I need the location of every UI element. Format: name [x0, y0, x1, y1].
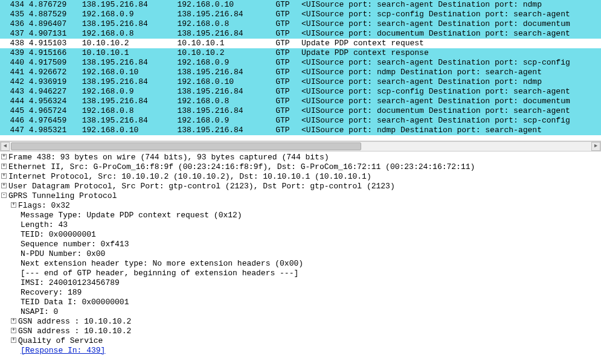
- packet-destination: 192.168.0.8: [177, 19, 271, 29]
- scroll-left-arrow[interactable]: ◄: [1, 142, 10, 151]
- packet-row[interactable]: 434 4.876729 138.195.216.84 192.168.0.10…: [0, 0, 601, 10]
- packet-no: 435: [3, 10, 24, 19]
- packet-destination: 192.168.0.10: [177, 77, 271, 87]
- packet-info: <UISource port: search-agent Destination…: [301, 58, 570, 68]
- packet-protocol: GTP: [275, 58, 297, 68]
- packet-row[interactable]: 443 4.946227 192.168.0.9 138.195.216.84 …: [0, 87, 601, 97]
- detail-seq[interactable]: Sequence number: 0xf413: [21, 240, 129, 249]
- collapse-icon[interactable]: -: [1, 193, 7, 198]
- detail-recovery[interactable]: Recovery: 189: [21, 288, 82, 297]
- packet-destination: 192.168.0.8: [177, 97, 271, 106]
- packet-row[interactable]: 440 4.917509 138.195.216.84 192.168.0.9 …: [0, 58, 601, 68]
- packet-info: <UISource port: search-agent Destination…: [301, 116, 570, 126]
- packet-destination: 10.10.10.2: [177, 48, 271, 58]
- packet-source: 192.168.0.8: [82, 106, 173, 116]
- packet-time: 4.985321: [29, 126, 77, 135]
- packet-destination: 138.195.216.84: [177, 87, 271, 97]
- packet-row[interactable]: 441 4.926672 192.168.0.10 138.195.216.84…: [0, 68, 601, 77]
- detail-response-in-link[interactable]: [Response In: 439]: [21, 346, 105, 355]
- packet-protocol: GTP: [275, 77, 297, 87]
- detail-msgtype[interactable]: Message Type: Update PDP context request…: [21, 211, 242, 220]
- packet-protocol: GTP: [275, 29, 297, 39]
- expand-icon[interactable]: +: [11, 202, 16, 208]
- packet-protocol: GTP: [275, 39, 297, 48]
- detail-nextext[interactable]: Next extension header type: No more exte…: [21, 259, 303, 268]
- scroll-right-arrow[interactable]: ►: [591, 142, 600, 151]
- detail-gsn2[interactable]: GSN address : 10.10.10.2: [18, 327, 131, 336]
- detail-gtp[interactable]: GPRS Tunneling Protocol: [8, 191, 117, 200]
- expand-icon[interactable]: +: [1, 173, 7, 179]
- packet-details-pane[interactable]: +Frame 438: 93 bytes on wire (744 bits),…: [0, 152, 601, 357]
- detail-ip[interactable]: Internet Protocol, Src: 10.10.10.2 (10.1…: [8, 172, 371, 181]
- packet-time: 4.887529: [29, 10, 77, 19]
- detail-teid[interactable]: TEID: 0x00000001: [21, 230, 96, 239]
- packet-info: <UISource port: scp-config Destination p…: [301, 87, 570, 97]
- expand-icon[interactable]: +: [11, 318, 16, 324]
- packet-info: <UISource port: ndmp Destination port: s…: [301, 126, 542, 135]
- packet-no: 437: [3, 29, 24, 39]
- packet-source: 138.195.216.84: [82, 0, 173, 10]
- detail-flags[interactable]: Flags: 0x32: [18, 201, 70, 210]
- packet-info: <UISource port: search-agent Destination…: [301, 0, 542, 10]
- packet-info: <UISource port: search-agent Destination…: [301, 19, 570, 29]
- packet-no: 438: [3, 39, 24, 48]
- packet-info: Update PDP context request: [301, 39, 424, 48]
- packet-row[interactable]: 446 4.976459 138.195.216.84 192.168.0.9 …: [0, 116, 601, 126]
- packet-list-pane[interactable]: 434 4.876729 138.195.216.84 192.168.0.10…: [0, 0, 601, 141]
- packet-row[interactable]: 438 4.915103 10.10.10.2 10.10.10.1 GTP U…: [0, 39, 601, 48]
- detail-teiddata[interactable]: TEID Data I: 0x00000001: [21, 298, 129, 307]
- packet-time: 4.915166: [29, 48, 77, 58]
- packet-row[interactable]: 437 4.907131 192.168.0.8 138.195.216.84 …: [0, 29, 601, 39]
- detail-npdu[interactable]: N-PDU Number: 0x00: [21, 249, 105, 258]
- expand-icon[interactable]: +: [11, 337, 16, 343]
- packet-time: 4.907131: [29, 29, 77, 39]
- packet-source: 138.195.216.84: [82, 19, 173, 29]
- expand-icon[interactable]: +: [11, 328, 16, 333]
- packet-row[interactable]: 445 4.965724 192.168.0.8 138.195.216.84 …: [0, 106, 601, 116]
- packet-source: 10.10.10.2: [82, 39, 173, 48]
- packet-source: 138.195.216.84: [82, 97, 173, 106]
- packet-time: 4.915103: [29, 39, 77, 48]
- packet-no: 434: [3, 0, 24, 10]
- detail-frame[interactable]: Frame 438: 93 bytes on wire (744 bits), …: [8, 153, 329, 162]
- packet-protocol: GTP: [275, 48, 297, 58]
- packet-info: <UISource port: documentum Destination p…: [301, 29, 570, 39]
- packet-protocol: GTP: [275, 116, 297, 126]
- packet-row[interactable]: 436 4.896407 138.195.216.84 192.168.0.8 …: [0, 19, 601, 29]
- packet-no: 439: [3, 48, 24, 58]
- packet-source: 138.195.216.84: [82, 116, 173, 126]
- packet-protocol: GTP: [275, 106, 297, 116]
- packet-source: 192.168.0.10: [82, 126, 173, 135]
- scroll-thumb[interactable]: [11, 142, 361, 150]
- detail-gsn1[interactable]: GSN address : 10.10.10.2: [18, 317, 131, 326]
- expand-icon[interactable]: +: [1, 164, 7, 169]
- packet-time: 4.965724: [29, 106, 77, 116]
- packet-info: <UISource port: scp-config Destination p…: [301, 10, 570, 19]
- packet-protocol: GTP: [275, 97, 297, 106]
- detail-udp[interactable]: User Datagram Protocol, Src Port: gtp-co…: [8, 182, 395, 191]
- detail-length[interactable]: Length: 43: [21, 220, 68, 229]
- detail-qos[interactable]: Quality of Service: [18, 336, 103, 345]
- packet-destination: 192.168.0.10: [177, 0, 271, 10]
- packet-info: <UISource port: ndmp Destination port: s…: [301, 68, 542, 77]
- expand-icon[interactable]: +: [1, 183, 7, 188]
- packet-row[interactable]: 447 4.985321 192.168.0.10 138.195.216.84…: [0, 126, 601, 135]
- packet-source: 10.10.10.1: [82, 48, 173, 58]
- packet-row[interactable]: 442 4.936919 138.195.216.84 192.168.0.10…: [0, 77, 601, 87]
- expand-icon[interactable]: +: [1, 154, 7, 159]
- detail-nsapi[interactable]: NSAPI: 0: [21, 307, 58, 316]
- packet-no: 441: [3, 68, 24, 77]
- packet-source: 192.168.0.8: [82, 29, 173, 39]
- detail-imsi[interactable]: IMSI: 240010123456789: [21, 278, 120, 287]
- packet-no: 445: [3, 106, 24, 116]
- packet-source: 138.195.216.84: [82, 77, 173, 87]
- packet-row[interactable]: 439 4.915166 10.10.10.1 10.10.10.2 GTP U…: [0, 48, 601, 58]
- packet-row[interactable]: 435 4.887529 192.168.0.9 138.195.216.84 …: [0, 10, 601, 19]
- horizontal-scrollbar[interactable]: ◄ ►: [0, 141, 601, 152]
- packet-protocol: GTP: [275, 10, 297, 19]
- packet-info: <UISource port: search-agent Destination…: [301, 97, 570, 106]
- packet-row[interactable]: 444 4.956324 138.195.216.84 192.168.0.8 …: [0, 97, 601, 106]
- packet-info: Update PDP context response: [301, 48, 429, 58]
- detail-eth[interactable]: Ethernet II, Src: G-ProCom_16:f8:9f (00:…: [8, 162, 475, 171]
- detail-endhdr[interactable]: [--- end of GTP header, beginning of ext…: [21, 269, 298, 278]
